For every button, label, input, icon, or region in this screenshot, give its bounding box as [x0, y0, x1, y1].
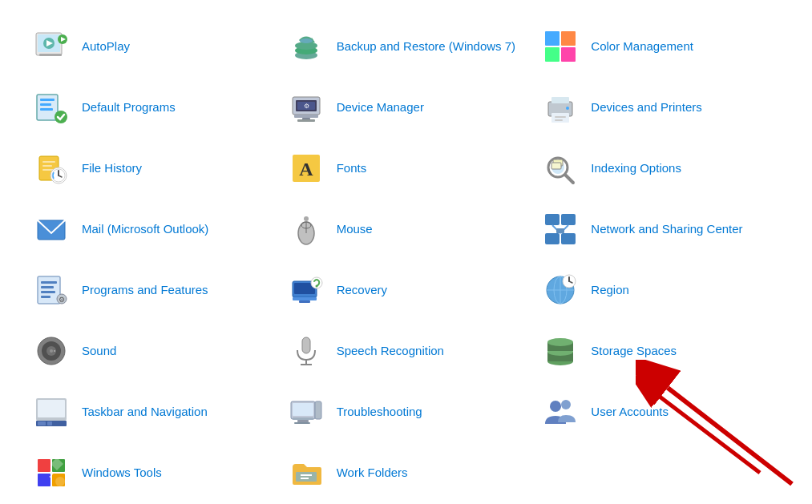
- file-history-label: File History: [82, 160, 142, 176]
- item-region[interactable]: Region: [533, 260, 788, 321]
- backup-restore-label: Backup and Restore (Windows 7): [337, 38, 515, 54]
- svg-rect-99: [38, 421, 46, 425]
- svg-rect-105: [294, 422, 310, 424]
- svg-rect-12: [545, 31, 560, 46]
- svg-rect-15: [561, 47, 576, 62]
- storage-spaces-label: Storage Spaces: [591, 343, 677, 359]
- item-troubleshooting[interactable]: Troubleshooting: [279, 381, 534, 442]
- item-user-accounts[interactable]: User Accounts: [533, 381, 788, 442]
- fonts-label: Fonts: [337, 160, 367, 176]
- svg-rect-71: [299, 300, 310, 303]
- svg-point-73: [315, 285, 317, 288]
- work-folders-icon: [287, 454, 325, 492]
- user-accounts-icon: [541, 393, 580, 431]
- item-storage-spaces[interactable]: Storage Spaces: [533, 321, 788, 381]
- file-history-icon: [32, 149, 71, 187]
- svg-rect-25: [297, 119, 315, 122]
- troubleshooting-icon: [287, 393, 325, 431]
- network-sharing-label: Network and Sharing Center: [591, 221, 742, 237]
- devices-printers-label: Devices and Printers: [591, 99, 701, 115]
- taskbar-navigation-icon: [32, 393, 71, 431]
- mouse-icon: [287, 210, 325, 248]
- indexing-options-label: Indexing Options: [591, 160, 681, 176]
- svg-rect-70: [293, 297, 317, 300]
- svg-rect-54: [545, 214, 560, 225]
- default-programs-label: Default Programs: [82, 99, 176, 115]
- svg-rect-19: [40, 108, 53, 111]
- device-manager-icon: ⚙: [287, 88, 325, 127]
- svg-point-53: [304, 216, 309, 221]
- item-devices-printers[interactable]: Devices and Printers: [533, 77, 788, 138]
- svg-text:⚙: ⚙: [59, 296, 65, 304]
- region-icon: [541, 271, 580, 309]
- svg-rect-104: [297, 420, 309, 422]
- item-default-programs[interactable]: Default Programs: [24, 77, 279, 138]
- svg-point-33: [566, 107, 569, 110]
- work-folders-label: Work Folders: [337, 465, 408, 481]
- svg-text:⚙: ⚙: [303, 103, 309, 110]
- mail-icon: [32, 210, 71, 248]
- svg-rect-36: [42, 165, 52, 167]
- item-mouse[interactable]: Mouse: [279, 199, 534, 260]
- sound-icon: [32, 332, 71, 370]
- svg-rect-35: [42, 161, 55, 163]
- item-autoplay[interactable]: AutoPlay: [24, 16, 279, 77]
- item-color-management[interactable]: Color Management: [533, 16, 788, 77]
- svg-point-84: [50, 349, 53, 353]
- item-network-sharing[interactable]: Network and Sharing Center: [533, 199, 788, 260]
- svg-point-107: [550, 401, 561, 412]
- svg-rect-60: [556, 228, 564, 233]
- item-backup-restore[interactable]: Backup and Restore (Windows 7): [279, 16, 534, 77]
- default-programs-icon: [32, 88, 71, 127]
- item-work-folders[interactable]: Work Folders: [279, 442, 534, 503]
- svg-rect-13: [561, 31, 576, 46]
- svg-rect-100: [47, 421, 52, 425]
- svg-text:A: A: [299, 159, 313, 179]
- svg-rect-62: [41, 281, 57, 284]
- mouse-label: Mouse: [337, 221, 373, 237]
- svg-rect-17: [40, 99, 55, 101]
- svg-point-11: [300, 38, 313, 43]
- indexing-options-icon: [541, 149, 580, 187]
- svg-rect-115: [296, 472, 317, 482]
- item-mail[interactable]: Mail (Microsoft Outlook): [24, 199, 279, 260]
- autoplay-icon: [32, 27, 71, 66]
- svg-rect-23: [294, 115, 318, 118]
- item-indexing-options[interactable]: Indexing Options: [533, 138, 788, 199]
- storage-spaces-icon: [541, 332, 580, 370]
- sound-label: Sound: [82, 343, 116, 359]
- svg-text:✓: ✓: [48, 471, 55, 480]
- svg-rect-86: [302, 337, 310, 353]
- svg-rect-29: [551, 97, 569, 103]
- svg-rect-109: [38, 459, 50, 472]
- item-windows-tools[interactable]: ✓ Windows Tools: [24, 442, 279, 503]
- item-programs-features[interactable]: ⚙ Programs and Features: [24, 260, 279, 321]
- item-device-manager[interactable]: ⚙ Device Manager: [279, 77, 534, 138]
- control-panel-grid: AutoPlay Backup and Restore (Windows 7) …: [24, 16, 788, 503]
- taskbar-navigation-label: Taskbar and Navigation: [82, 404, 208, 420]
- svg-rect-55: [561, 214, 576, 225]
- item-taskbar-navigation[interactable]: Taskbar and Navigation: [24, 381, 279, 442]
- autoplay-label: AutoPlay: [82, 38, 130, 54]
- item-recovery[interactable]: Recovery: [279, 260, 534, 321]
- svg-rect-18: [40, 103, 51, 106]
- windows-tools-label: Windows Tools: [82, 465, 162, 481]
- troubleshooting-label: Troubleshooting: [337, 404, 422, 420]
- item-file-history[interactable]: File History: [24, 138, 279, 199]
- color-management-icon: [541, 27, 580, 66]
- speech-recognition-label: Speech Recognition: [337, 343, 444, 359]
- device-manager-label: Device Manager: [337, 99, 424, 115]
- item-sound[interactable]: Sound: [24, 321, 279, 381]
- svg-rect-14: [545, 47, 560, 62]
- item-fonts[interactable]: A Fonts: [279, 138, 534, 199]
- item-speech-recognition[interactable]: Speech Recognition: [279, 321, 534, 381]
- svg-point-108: [561, 400, 571, 409]
- svg-point-113: [55, 477, 65, 486]
- svg-rect-64: [41, 291, 55, 293]
- svg-rect-4: [39, 54, 62, 56]
- svg-point-85: [54, 350, 55, 352]
- user-accounts-label: User Accounts: [591, 404, 669, 420]
- recovery-label: Recovery: [337, 282, 387, 298]
- svg-rect-103: [293, 417, 313, 420]
- svg-rect-48: [551, 163, 561, 169]
